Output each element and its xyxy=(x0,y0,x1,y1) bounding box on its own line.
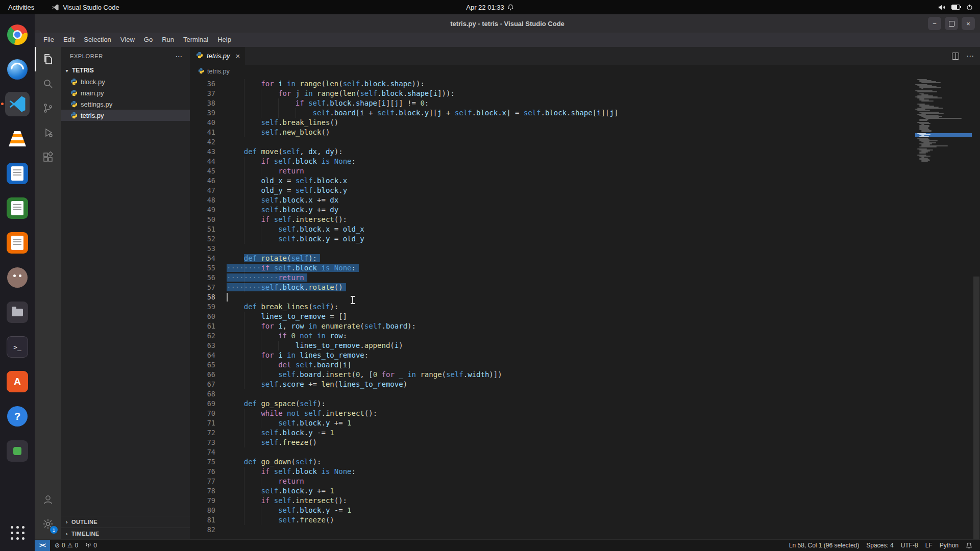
code-line-71[interactable]: self.block.y += 1 xyxy=(227,418,913,428)
dock-item-libreoffice-calc[interactable] xyxy=(5,196,30,220)
dock-item-vscode[interactable] xyxy=(5,92,30,116)
line-number-68[interactable]: 68 xyxy=(190,389,227,399)
line-number-63[interactable]: 63 xyxy=(190,341,227,350)
dock-item-vlc[interactable] xyxy=(5,127,30,151)
activitybar-search-button[interactable] xyxy=(35,71,61,96)
code-line-61[interactable]: for i, row in enumerate(self.board): xyxy=(227,321,913,331)
dock-item-gimp[interactable] xyxy=(5,265,30,290)
code-line-77[interactable]: return xyxy=(227,477,913,486)
code-line-36[interactable]: for i in range(len(self.block.shape)): xyxy=(227,79,913,89)
line-number-36[interactable]: 36 xyxy=(190,79,227,89)
ports-indicator[interactable]: 0 xyxy=(82,540,101,551)
activitybar-explorer-button[interactable] xyxy=(35,47,61,71)
code-line-55[interactable]: ········if self.block is None: xyxy=(227,263,913,273)
line-number-57[interactable]: 57 xyxy=(190,283,227,292)
dock-item-terminal[interactable]: >_ xyxy=(5,335,30,359)
line-number-67[interactable]: 67 xyxy=(190,380,227,389)
menu-view[interactable]: View xyxy=(116,33,139,47)
line-number-44[interactable]: 44 xyxy=(190,157,227,166)
show-applications-button[interactable] xyxy=(5,520,30,545)
code-line-70[interactable]: while not self.intersect(): xyxy=(227,409,913,418)
problems-indicator[interactable]: ⊘ 0 ⚠ 0 xyxy=(51,540,82,551)
code-line-43[interactable]: def move(self, dx, dy): xyxy=(227,147,913,157)
dock-item-libreoffice-writer[interactable] xyxy=(5,161,30,186)
line-number-69[interactable]: 69 xyxy=(190,399,227,409)
line-number-64[interactable]: 64 xyxy=(190,350,227,360)
minimap[interactable] xyxy=(913,78,973,539)
line-number-58[interactable]: 58 xyxy=(190,292,227,302)
menu-edit[interactable]: Edit xyxy=(59,33,79,47)
line-number-49[interactable]: 49 xyxy=(190,205,227,215)
system-status-area[interactable] xyxy=(938,4,980,11)
activitybar-source-control-button[interactable] xyxy=(35,96,61,120)
code-line-47[interactable]: old_y = self.block.y xyxy=(227,186,913,195)
minimize-button[interactable]: − xyxy=(928,17,941,30)
clock-menu[interactable]: Apr 22 01:33 xyxy=(466,4,513,11)
activities-button[interactable]: Activities xyxy=(8,4,34,11)
line-number-76[interactable]: 76 xyxy=(190,467,227,477)
code-line-73[interactable]: self.freeze() xyxy=(227,438,913,447)
code-line-42[interactable] xyxy=(227,137,913,147)
menu-run[interactable]: Run xyxy=(157,33,179,47)
code-line-41[interactable]: self.new_block() xyxy=(227,128,913,137)
line-number-37[interactable]: 37 xyxy=(190,89,227,98)
code-line-69[interactable]: def go_space(self): xyxy=(227,399,913,409)
file-item-settings.py[interactable]: settings.py xyxy=(61,98,190,110)
line-number-51[interactable]: 51 xyxy=(190,224,227,234)
code-line-38[interactable]: if self.block.shape[i][j] != 0: xyxy=(227,98,913,108)
line-number-50[interactable]: 50 xyxy=(190,215,227,224)
code-line-81[interactable]: self.freeze() xyxy=(227,515,913,525)
dock-item-chrome[interactable] xyxy=(5,22,30,47)
code-line-82[interactable] xyxy=(227,525,913,535)
line-number-61[interactable]: 61 xyxy=(190,321,227,331)
code-line-37[interactable]: for j in range(len(self.block.shape[i]))… xyxy=(227,89,913,98)
line-number-78[interactable]: 78 xyxy=(190,486,227,496)
dock-item-ubuntu-software[interactable]: A xyxy=(5,369,30,394)
breadcrumb[interactable]: tetris.py xyxy=(190,65,980,78)
line-number-74[interactable]: 74 xyxy=(190,447,227,457)
line-number-53[interactable]: 53 xyxy=(190,244,227,254)
code-line-76[interactable]: if self.block is None: xyxy=(227,467,913,477)
line-number-42[interactable]: 42 xyxy=(190,137,227,147)
code-line-78[interactable]: self.block.y += 1 xyxy=(227,486,913,496)
menu-file[interactable]: File xyxy=(39,33,59,47)
line-number-40[interactable]: 40 xyxy=(190,118,227,128)
line-number-72[interactable]: 72 xyxy=(190,428,227,438)
eol-indicator[interactable]: LF xyxy=(922,540,936,551)
notifications-bell-icon[interactable] xyxy=(962,540,976,551)
menu-terminal[interactable]: Terminal xyxy=(179,33,213,47)
encoding-indicator[interactable]: UTF-8 xyxy=(897,540,922,551)
line-number-52[interactable]: 52 xyxy=(190,234,227,244)
code-line-74[interactable] xyxy=(227,447,913,457)
code-line-80[interactable]: self.block.y -= 1 xyxy=(227,506,913,515)
line-number-60[interactable]: 60 xyxy=(190,312,227,321)
code-line-49[interactable]: self.block.y += dy xyxy=(227,205,913,215)
focused-app-indicator[interactable]: Visual Studio Code xyxy=(52,4,119,11)
line-number-80[interactable]: 80 xyxy=(190,506,227,515)
file-item-tetris.py[interactable]: tetris.py xyxy=(61,110,190,121)
split-editor-icon[interactable] xyxy=(952,53,959,60)
language-mode-indicator[interactable]: Python xyxy=(936,540,962,551)
dock-item-files[interactable] xyxy=(5,300,30,324)
dock-item-thunderbird[interactable] xyxy=(5,57,30,82)
code-line-53[interactable] xyxy=(227,244,913,254)
code-line-59[interactable]: def break_lines(self): xyxy=(227,302,913,312)
line-number-73[interactable]: 73 xyxy=(190,438,227,447)
code-line-67[interactable]: self.score += len(lines_to_remove) xyxy=(227,380,913,389)
line-number-71[interactable]: 71 xyxy=(190,418,227,428)
code-line-62[interactable]: if 0 not in row: xyxy=(227,331,913,341)
line-number-54[interactable]: 54 xyxy=(190,254,227,263)
title-bar[interactable]: tetris.py - tetris - Visual Studio Code … xyxy=(35,14,980,33)
line-number-77[interactable]: 77 xyxy=(190,477,227,486)
cursor-position-indicator[interactable]: Ln 58, Col 1 (96 selected) xyxy=(786,540,863,551)
line-number-59[interactable]: 59 xyxy=(190,302,227,312)
code-line-51[interactable]: self.block.x = old_x xyxy=(227,224,913,234)
editor-more-actions-icon[interactable]: ⋯ xyxy=(966,52,974,61)
line-number-70[interactable]: 70 xyxy=(190,409,227,418)
menu-help[interactable]: Help xyxy=(213,33,236,47)
tab-tetris-py[interactable]: tetris.py × xyxy=(190,47,246,65)
menu-selection[interactable]: Selection xyxy=(79,33,115,47)
tab-close-icon[interactable]: × xyxy=(236,52,240,60)
line-number-81[interactable]: 81 xyxy=(190,515,227,525)
line-number-56[interactable]: 56 xyxy=(190,273,227,283)
